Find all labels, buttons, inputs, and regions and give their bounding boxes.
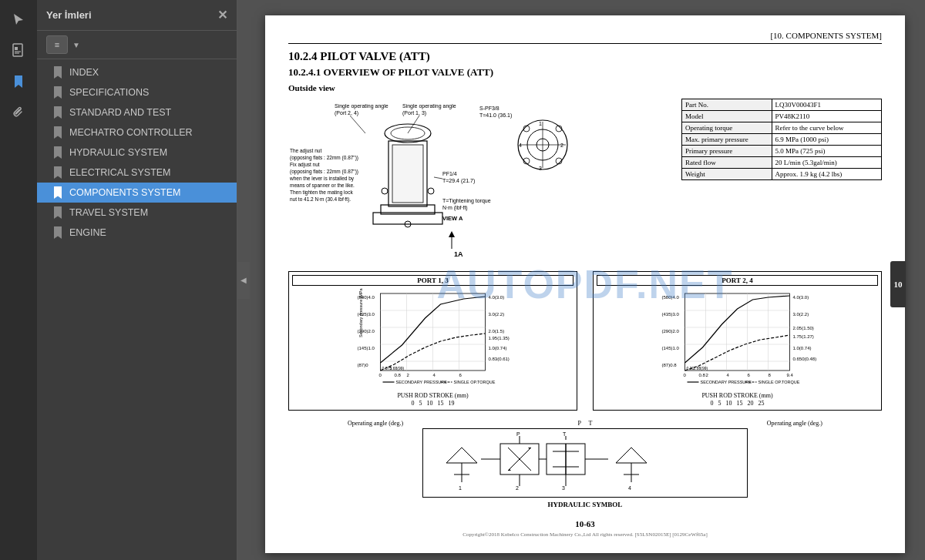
- svg-text:6: 6: [459, 373, 462, 377]
- svg-text:The adjust nut: The adjust nut: [290, 148, 321, 154]
- svg-text:6: 6: [748, 373, 751, 377]
- svg-text:4.0(3.0): 4.0(3.0): [489, 295, 505, 300]
- spec-value: 20 L/min (5.3gal/min): [772, 157, 881, 169]
- svg-text:1: 1: [459, 485, 462, 491]
- pdf-viewer[interactable]: AUTOPDF.NET 10 [10. COMPONENTS SYSTEM] 1…: [237, 0, 925, 560]
- svg-line-31: [434, 177, 442, 179]
- page-number: 10-63: [288, 519, 882, 528]
- bookmark-view-btn[interactable]: ≡: [46, 35, 68, 54]
- spec-table-row: ModelPV48K2110: [682, 111, 882, 122]
- document-tool-icon[interactable]: [5, 37, 32, 65]
- svg-text:Single operating angle: Single operating angle: [402, 103, 456, 109]
- svg-text:0.8: 0.8: [395, 373, 402, 377]
- svg-text:2: 2: [407, 373, 410, 377]
- spec-label: Model: [682, 111, 772, 122]
- spec-value: Approx. 1.9 kg (4.2 lbs): [772, 169, 881, 180]
- sidebar-item-mechatro-controller[interactable]: MECHATRO CONTROLLER: [37, 122, 237, 143]
- main-content: ◀ AUTOPDF.NET 10 [10. COMPONENTS SYSTEM]…: [237, 0, 925, 560]
- collapse-sidebar-button[interactable]: ◀: [237, 262, 250, 299]
- chart-port24-xlabel: PUSH ROD STROKE (mm): [597, 392, 878, 399]
- svg-text:(Port 1, 3): (Port 1, 3): [402, 110, 426, 116]
- spec-value: 5.0 MPa (725 psi): [772, 146, 881, 157]
- sidebar-item-specifications[interactable]: SPECIFICATIONS: [37, 82, 237, 102]
- svg-text:4: 4: [628, 485, 631, 491]
- svg-text:SECONDARY PRESSURE: SECONDARY PRESSURE: [396, 380, 448, 384]
- left-toolbar: [0, 0, 37, 560]
- svg-text:1.75(1.27): 1.75(1.27): [793, 334, 814, 339]
- svg-text:1A: 1A: [454, 250, 463, 258]
- view-label: Outside view: [288, 83, 882, 92]
- specifications-table: Part No.LQ30V00043F1ModelPV48K2110Operat…: [681, 99, 882, 180]
- svg-text:8: 8: [769, 373, 772, 377]
- svg-text:1: 1: [539, 121, 542, 126]
- svg-text:4.0(3.0): 4.0(3.0): [793, 295, 809, 300]
- svg-text:3.0(2.2): 3.0(2.2): [489, 312, 505, 317]
- spec-table-row: Primary pressure5.0 MPa (725 psi): [682, 146, 882, 157]
- sidebar-item-standard-and-test[interactable]: STANDARD AND TEST: [37, 102, 237, 122]
- svg-marker-132: [616, 448, 647, 463]
- bookmark-tool-icon[interactable]: [5, 68, 32, 96]
- hydraulic-symbol-area: 1: [422, 428, 748, 498]
- svg-marker-115: [446, 448, 477, 463]
- chart-port13: PORT 1, 3 (580)4.0 (435)3.0 (290)2.0 (14…: [288, 271, 577, 411]
- pdf-header: [10. COMPONENTS SYSTEM]: [288, 31, 882, 44]
- svg-rect-23: [392, 145, 423, 203]
- cursor-tool-icon[interactable]: [5, 6, 32, 34]
- bottom-diagram: Operating angle (deg.) P T Operating ang…: [288, 420, 882, 511]
- section-tab: 10: [890, 261, 906, 307]
- operating-angle-label-left: Operating angle (deg.): [348, 420, 403, 427]
- svg-text:9.4: 9.4: [787, 373, 794, 377]
- svg-text:VIEW A: VIEW A: [442, 215, 463, 222]
- sidebar-toolbar: ≡ ▼: [37, 31, 237, 59]
- attachment-tool-icon[interactable]: [5, 99, 32, 126]
- svg-text:(145)1.0: (145)1.0: [662, 346, 680, 350]
- spec-table: Part No.LQ30V00043F1ModelPV48K2110Operat…: [681, 99, 882, 263]
- svg-text:1.0(0.74): 1.0(0.74): [793, 346, 812, 350]
- svg-text:Single operating angle: Single operating angle: [335, 103, 388, 109]
- chart-port13-xlabel: PUSH ROD STROKE (mm): [292, 392, 574, 399]
- dropdown-arrow-icon: ▼: [72, 41, 80, 49]
- spec-table-row: WeightApprox. 1.9 kg (4.2 lbs): [682, 169, 882, 180]
- svg-line-8: [350, 116, 365, 133]
- copyright: Copyright©2018 Kobelco Construction Mach…: [288, 531, 882, 538]
- svg-text:2.05(1.50): 2.05(1.50): [793, 326, 814, 330]
- svg-text:(290)2.0: (290)2.0: [662, 329, 680, 334]
- chart-port24-angle-label: 0 5 10 15 20 25: [597, 400, 878, 407]
- sidebar-item-index[interactable]: INDEX: [37, 62, 237, 82]
- svg-text:PF1/4: PF1/4: [442, 171, 457, 176]
- svg-text:0: 0: [684, 373, 687, 377]
- svg-text:means of spanner or the like.: means of spanner or the like.: [290, 183, 355, 189]
- pdf-page: AUTOPDF.NET 10 [10. COMPONENTS SYSTEM] 1…: [265, 15, 905, 553]
- svg-text:3.0(2.2): 3.0(2.2): [793, 312, 809, 317]
- sidebar-item-travel-system[interactable]: TRAVEL SYSTEM: [37, 203, 237, 223]
- svg-text:4: 4: [519, 143, 522, 148]
- sidebar-title: Yer İmleri: [46, 9, 92, 21]
- svg-text:(opposing flats : 22mm (0.87"): (opposing flats : 22mm (0.87")): [290, 155, 358, 161]
- svg-text:SINGLE OP.TORQUE: SINGLE OP.TORQUE: [758, 380, 800, 384]
- svg-text:(435)3.0: (435)3.0: [662, 312, 680, 317]
- svg-text:T: T: [563, 432, 567, 437]
- svg-rect-1: [15, 47, 18, 50]
- svg-text:(87)0: (87)0: [358, 363, 369, 367]
- sidebar-item-engine[interactable]: ENGINE: [37, 223, 237, 243]
- svg-text:SINGLE OP.TORQUE: SINGLE OP.TORQUE: [454, 380, 496, 384]
- svg-text:5.68(99): 5.68(99): [390, 366, 405, 371]
- svg-text:(580)4.0: (580)4.0: [662, 295, 680, 300]
- svg-text:P: P: [516, 432, 520, 437]
- sidebar-item-hydraulic-system[interactable]: HYDRAULIC SYSTEM: [37, 143, 237, 163]
- operating-angle-label-right: Operating angle (deg.): [767, 420, 822, 427]
- main-diagram-row: Single operating angle (Port 2, 4) Singl…: [288, 99, 882, 263]
- section-title: 10.2.4 PILOT VALVE (ATT): [288, 50, 882, 63]
- chart-port24: PORT 2, 4 (580)4.0 (435)3.0 (290)2.0 (14…: [593, 271, 882, 411]
- spec-table-row: Operating torqueRefer to the curve below: [682, 122, 882, 134]
- sidebar-panel: Yer İmleri ✕ ≡ ▼ INDEX SPECIFICATIONS ST…: [37, 0, 237, 560]
- svg-text:T=41.0 (36.1): T=41.0 (36.1): [479, 112, 512, 119]
- close-button[interactable]: ✕: [217, 9, 227, 22]
- svg-text:(145)1.0: (145)1.0: [358, 346, 375, 350]
- sidebar-item-electrical-system[interactable]: ELECTRICAL SYSTEM: [37, 163, 237, 183]
- svg-text:SECONDARY PRESSURE: SECONDARY PRESSURE: [701, 380, 752, 384]
- spec-label: Rated flow: [682, 157, 772, 169]
- sidebar-item-components-system[interactable]: COMPONENTS SYSTEM: [37, 183, 237, 203]
- subsection-title: 10.2.4.1 OVERVIEW OF PILOT VALVE (ATT): [288, 66, 882, 79]
- svg-text:2: 2: [516, 485, 519, 491]
